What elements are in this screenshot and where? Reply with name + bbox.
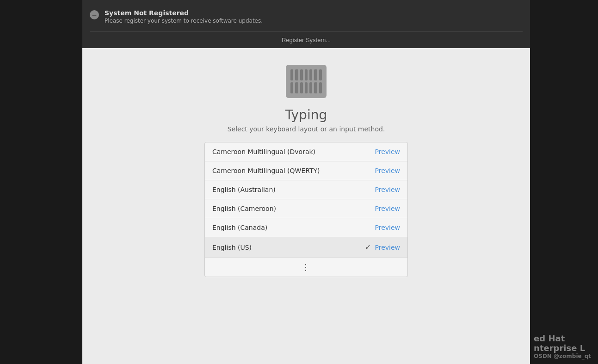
keyboard-layout-name: English (US) bbox=[212, 244, 252, 251]
key-block bbox=[295, 69, 298, 80]
key-block bbox=[309, 69, 312, 80]
keyboard-layout-item[interactable]: Cameroon Multilingual (Dvorak)Preview bbox=[205, 142, 407, 161]
notification-banner: System Not Registered Please register yo… bbox=[82, 0, 530, 48]
preview-link[interactable]: Preview bbox=[375, 186, 401, 193]
key-block bbox=[305, 82, 308, 93]
keyboard-layout-name: English (Cameroon) bbox=[212, 205, 276, 212]
brand-sub: OSDN @zombie_qt bbox=[534, 353, 591, 359]
keyboard-item-right: Preview bbox=[375, 148, 401, 155]
register-system-button[interactable]: Register System... bbox=[90, 31, 523, 48]
preview-link[interactable]: Preview bbox=[375, 224, 401, 231]
key-block bbox=[319, 82, 322, 93]
keyboard-icon-area: Typing Select your keyboard layout or an… bbox=[228, 65, 385, 133]
page-title: Typing bbox=[285, 107, 327, 123]
key-block bbox=[309, 82, 312, 93]
brand-line1: ed Hat bbox=[534, 333, 591, 343]
preview-link[interactable]: Preview bbox=[375, 205, 401, 212]
key-block bbox=[300, 69, 303, 80]
key-block bbox=[314, 82, 317, 93]
preview-link[interactable]: Preview bbox=[375, 167, 401, 174]
key-block bbox=[319, 69, 322, 80]
key-block bbox=[290, 82, 293, 93]
keyboard-item-right: Preview bbox=[375, 205, 401, 212]
keyboard-item-right: Preview bbox=[375, 224, 401, 231]
more-options-button[interactable]: ⋮ bbox=[205, 258, 407, 277]
notification-title: System Not Registered bbox=[105, 9, 523, 17]
bottom-branding: ed Hat nterprise L OSDN @zombie_qt bbox=[527, 329, 598, 364]
key-block bbox=[314, 69, 317, 80]
selected-checkmark-icon: ✓ bbox=[365, 243, 371, 252]
notification-description: Please register your system to receive s… bbox=[105, 18, 523, 24]
keyboard-layout-item[interactable]: English (Cameroon)Preview bbox=[205, 199, 407, 218]
keyboard-layout-name: English (Canada) bbox=[212, 224, 267, 231]
key-block bbox=[300, 82, 303, 93]
keyboard-item-right: ✓Preview bbox=[365, 243, 400, 252]
keyboard-layout-item[interactable]: English (Australian)Preview bbox=[205, 180, 407, 199]
keyboard-item-right: Preview bbox=[375, 167, 401, 174]
keyboard-layout-list: Cameroon Multilingual (Dvorak)PreviewCam… bbox=[204, 142, 408, 277]
page-subtitle: Select your keyboard layout or an input … bbox=[228, 125, 385, 133]
keyboard-item-right: Preview bbox=[375, 186, 401, 193]
minus-circle-icon bbox=[90, 10, 99, 19]
key-block bbox=[305, 69, 308, 80]
keyboard-layout-name: Cameroon Multilingual (QWERTY) bbox=[212, 167, 320, 174]
main-content-area: Typing Select your keyboard layout or an… bbox=[82, 0, 530, 364]
preview-link[interactable]: Preview bbox=[375, 244, 401, 251]
notification-text: System Not Registered Please register yo… bbox=[105, 9, 523, 24]
keyboard-layout-item[interactable]: English (Canada)Preview bbox=[205, 218, 407, 237]
keyboard-layout-item[interactable]: English (US)✓Preview bbox=[205, 237, 407, 258]
keyboard-layout-item[interactable]: Cameroon Multilingual (QWERTY)Preview bbox=[205, 161, 407, 180]
keyboard-layout-name: English (Australian) bbox=[212, 186, 276, 193]
notification-content: System Not Registered Please register yo… bbox=[90, 6, 523, 28]
preview-link[interactable]: Preview bbox=[375, 148, 401, 155]
key-block bbox=[290, 69, 293, 80]
key-block bbox=[295, 82, 298, 93]
brand-line2: nterprise L bbox=[534, 343, 591, 353]
keyboard-layout-name: Cameroon Multilingual (Dvorak) bbox=[212, 148, 315, 155]
keyboard-icon bbox=[286, 65, 327, 98]
